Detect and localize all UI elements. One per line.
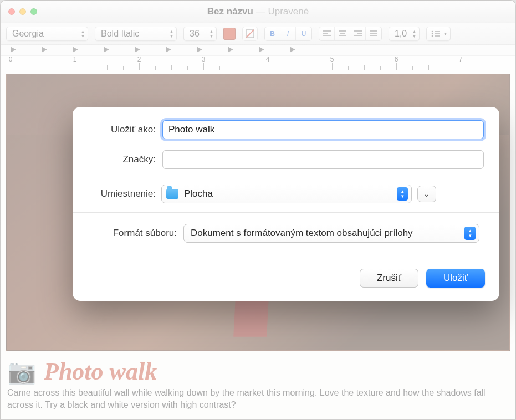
window-title: Bez názvu — Upravené <box>1 6 515 17</box>
ruler-number: 2 <box>137 55 141 63</box>
document-body-text: Came across this beautiful wall while wa… <box>6 386 510 411</box>
font-size-field[interactable]: 36 ▴▾ <box>183 27 217 41</box>
tab-stop-marker[interactable] <box>228 47 233 53</box>
align-center-icon <box>339 30 346 37</box>
save-as-label: Uložiť ako: <box>88 124 156 135</box>
document-title: Photo walk <box>44 357 157 386</box>
location-popup[interactable]: Plocha ▴▾ <box>161 185 412 203</box>
tags-input[interactable] <box>162 150 484 169</box>
document-status-text: Upravené <box>268 6 309 17</box>
title-bar: Bez názvu — Upravené <box>1 1 515 23</box>
svg-point-14 <box>432 30 433 32</box>
no-highlight-icon <box>245 29 255 39</box>
camera-icon: 📷 <box>7 358 36 385</box>
file-format-popup[interactable]: Dokument s formátovaným textom obsahujúc… <box>183 224 479 243</box>
ruler-number: 4 <box>266 55 270 63</box>
svg-point-18 <box>432 35 433 37</box>
ruler-number: 7 <box>459 55 463 63</box>
line-spacing-value: 1,0 <box>395 29 407 39</box>
chevron-down-icon: ⌄ <box>423 189 430 198</box>
dialog-separator <box>73 212 499 213</box>
folder-icon <box>166 189 178 199</box>
save-button[interactable]: Uložiť <box>426 269 485 288</box>
textedit-window: Bez názvu — Upravené Georgia ▴▾ Bold Ita… <box>0 0 516 420</box>
location-row: Umiestnenie: Plocha ▴▾ ⌄ <box>73 180 499 208</box>
tab-stop-marker[interactable] <box>259 47 264 53</box>
tab-stops-ruler[interactable] <box>1 45 515 56</box>
align-justify-icon <box>370 30 377 37</box>
file-format-row: Formát súboru: Dokument s formátovaným t… <box>73 217 499 249</box>
stepper-icon: ▴▾ <box>81 29 84 38</box>
close-window-button[interactable] <box>8 8 15 15</box>
font-size-value: 36 <box>190 29 200 39</box>
save-dialog: Uložiť ako: Značky: Umiestnenie: Plocha … <box>73 107 499 301</box>
font-family-value: Georgia <box>12 29 44 39</box>
tab-stop-marker[interactable] <box>135 47 140 53</box>
tab-stop-marker[interactable] <box>290 47 295 53</box>
tab-stop-marker[interactable] <box>11 47 16 53</box>
ruler-number: 1 <box>73 55 77 63</box>
window-controls <box>1 8 37 15</box>
align-right-button[interactable] <box>350 27 366 40</box>
tags-row: Značky: <box>73 145 499 175</box>
underline-button[interactable]: U <box>296 27 311 40</box>
save-as-input[interactable] <box>162 120 484 139</box>
svg-point-16 <box>432 33 433 34</box>
minimize-window-button[interactable] <box>19 8 26 15</box>
font-style-segment: B I U <box>264 27 312 41</box>
chevron-down-icon: ▾ <box>444 30 447 37</box>
ruler-number: 5 <box>330 55 334 63</box>
format-toolbar: Georgia ▴▾ Bold Italic ▴▾ 36 ▴▾ B I U <box>1 23 515 45</box>
popup-arrows-icon: ▴▾ <box>397 187 408 201</box>
stepper-icon: ▴▾ <box>170 29 173 38</box>
italic-button[interactable]: I <box>280 27 296 40</box>
tab-stop-marker[interactable] <box>197 47 202 53</box>
font-family-popup[interactable]: Georgia ▴▾ <box>6 27 88 41</box>
zoom-window-button[interactable] <box>30 8 37 15</box>
tab-stop-marker[interactable] <box>42 47 47 53</box>
tab-stop-marker[interactable] <box>104 47 109 53</box>
dialog-separator <box>73 254 499 254</box>
ruler-number: 0 <box>9 55 13 63</box>
align-left-button[interactable] <box>319 27 335 40</box>
location-label: Umiestnenie: <box>88 188 156 199</box>
ruler-number: 6 <box>395 55 399 63</box>
no-highlight-button[interactable] <box>242 27 258 41</box>
font-style-value: Bold Italic <box>101 29 139 39</box>
align-right-icon <box>354 30 362 37</box>
svg-line-1 <box>246 30 254 38</box>
tab-stop-marker[interactable] <box>73 47 78 53</box>
stepper-icon: ▴▾ <box>413 29 416 38</box>
file-format-label: Formát súboru: <box>88 228 177 239</box>
popup-arrows-icon: ▴▾ <box>464 227 476 240</box>
align-center-button[interactable] <box>335 27 350 40</box>
list-style-popup[interactable]: ▾ <box>426 27 451 41</box>
document-heading-row: 📷 Photo walk <box>6 357 510 386</box>
file-format-value: Dokument s formátovaným textom obsahujúc… <box>191 228 413 239</box>
expand-dialog-button[interactable]: ⌄ <box>417 186 436 202</box>
align-justify-button[interactable] <box>366 27 381 40</box>
location-value: Plocha <box>184 188 213 199</box>
stepper-icon: ▴▾ <box>210 29 213 38</box>
align-left-icon <box>323 30 331 37</box>
cancel-button[interactable]: Zrušiť <box>360 269 418 288</box>
ruler-number: 3 <box>202 55 206 63</box>
document-status: — Upravené <box>256 6 309 17</box>
alignment-segment <box>319 27 382 41</box>
font-style-popup[interactable]: Bold Italic ▴▾ <box>95 27 177 41</box>
tab-stop-marker[interactable] <box>166 47 171 53</box>
text-color-swatch[interactable] <box>223 28 236 40</box>
line-spacing-popup[interactable]: 1,0 ▴▾ <box>389 27 420 41</box>
save-as-row: Uložiť ako: <box>73 107 499 145</box>
tags-label: Značky: <box>88 154 156 165</box>
document-name: Bez názvu <box>207 6 253 17</box>
horizontal-ruler[interactable]: 01234567 <box>1 56 515 70</box>
list-icon <box>431 30 440 37</box>
dialog-button-row: Zrušiť Uložiť <box>73 259 499 291</box>
bold-button[interactable]: B <box>265 27 280 40</box>
